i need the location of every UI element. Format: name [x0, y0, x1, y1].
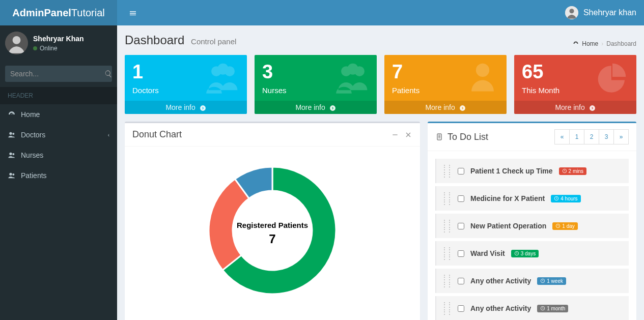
page-subtitle: Control panel: [191, 37, 236, 46]
users-icon: [8, 171, 16, 180]
svg-point-19: [460, 105, 465, 111]
page-link[interactable]: »: [613, 129, 629, 144]
svg-point-3: [13, 36, 21, 44]
person-icon: [465, 59, 500, 103]
sidebar-item-nurses[interactable]: Nurses: [0, 145, 117, 165]
todo-checkbox[interactable]: [458, 195, 464, 202]
users-icon: [205, 59, 241, 103]
clock-icon: [555, 223, 561, 228]
pie-icon: [595, 59, 630, 103]
svg-point-4: [9, 132, 12, 135]
clock-icon: [540, 306, 545, 311]
todo-item: ⋮⋮⋮⋮ Ward Visit 3 days: [435, 241, 629, 266]
sidebar-item-home[interactable]: Home: [0, 104, 117, 125]
page-link[interactable]: «: [554, 129, 570, 144]
users-icon: [8, 131, 16, 139]
stat-box: 65 This Month More info: [514, 55, 636, 114]
pagination: «123»: [555, 129, 629, 144]
arrow-circle-right-icon: [589, 105, 596, 111]
stat-box: 1 Doctors More info: [125, 55, 247, 114]
clock-icon: [540, 278, 545, 283]
todo-checkbox[interactable]: [458, 168, 464, 174]
svg-point-17: [330, 105, 335, 111]
drag-handle-icon[interactable]: ⋮⋮⋮⋮: [441, 274, 452, 288]
avatar: [565, 6, 578, 19]
page-link[interactable]: 3: [599, 129, 614, 144]
svg-point-16: [347, 64, 358, 75]
arrow-circle-right-icon: [329, 105, 336, 111]
user-name: Shehryar khan: [583, 8, 636, 17]
users-icon: [335, 59, 371, 103]
breadcrumb: Home › Dashboard: [573, 40, 636, 47]
page-title: Dashboard Control panel: [125, 33, 236, 47]
breadcrumb-active: Dashboard: [606, 40, 636, 47]
brand-logo[interactable]: AdminPanelTutorial: [0, 0, 117, 25]
sidebar-item-patients[interactable]: Patients: [0, 165, 117, 186]
search-form: [5, 66, 112, 82]
svg-point-18: [476, 64, 489, 77]
svg-point-8: [9, 173, 12, 176]
clock-icon: [562, 168, 567, 173]
stat-box: 3 Nurses More info: [255, 55, 377, 114]
sidebar-item-label: Patients: [21, 171, 47, 180]
drag-handle-icon[interactable]: ⋮⋮⋮⋮: [441, 301, 452, 315]
time-badge: 1 day: [552, 222, 577, 230]
search-icon: [104, 70, 112, 78]
avatar: [5, 32, 28, 54]
stat-box: 7 Patients More info: [384, 55, 507, 114]
drag-handle-icon[interactable]: ⋮⋮⋮⋮: [441, 191, 452, 206]
search-input[interactable]: [5, 66, 104, 82]
sidebar-user-name: Shehryar Khan: [33, 35, 84, 43]
drag-handle-icon[interactable]: ⋮⋮⋮⋮: [441, 164, 452, 178]
todo-text: Medicine for X Patient: [470, 194, 545, 202]
close-button[interactable]: [404, 130, 412, 139]
donut-chart-box: Donut Chart Registered Patients 7: [125, 122, 420, 320]
todo-item: ⋮⋮⋮⋮ New Patient Operation 1 day: [435, 214, 629, 238]
sidebar-item-doctors[interactable]: Doctors ‹: [0, 125, 117, 145]
dashboard-icon: [8, 110, 16, 119]
svg-point-12: [217, 64, 229, 75]
todo-item: ⋮⋮⋮⋮ Any other Activity 1 week: [435, 269, 629, 293]
status-dot-icon: [33, 46, 37, 50]
status-text: Online: [40, 45, 58, 52]
svg-point-13: [200, 105, 206, 111]
sidebar-toggle[interactable]: [125, 4, 141, 21]
dashboard-icon: [573, 41, 579, 47]
todo-checkbox[interactable]: [458, 250, 464, 257]
arrow-circle-right-icon: [200, 105, 206, 111]
todo-text: Any other Activity: [470, 304, 531, 312]
svg-point-9: [12, 173, 14, 176]
clipboard-icon: [435, 133, 443, 141]
time-badge: 2 mins: [559, 167, 586, 175]
donut-title: Donut Chart: [132, 129, 182, 140]
sidebar-section-header: HEADER: [0, 87, 117, 104]
todo-text: Any other Activity: [470, 277, 531, 285]
drag-handle-icon[interactable]: ⋮⋮⋮⋮: [441, 219, 452, 233]
time-badge: 1 week: [537, 277, 566, 285]
donut-center-value: 7: [269, 232, 275, 246]
user-menu[interactable]: Shehryar khan: [565, 6, 636, 19]
chevron-left-icon: ‹: [108, 132, 109, 138]
todo-item: ⋮⋮⋮⋮ Medicine for X Patient 4 hours: [435, 186, 629, 211]
search-button[interactable]: [104, 66, 112, 82]
users-icon: [8, 151, 16, 159]
page-link[interactable]: 1: [569, 129, 584, 144]
donut-center-label: Registered Patients: [237, 221, 308, 229]
todo-text: Patient 1 Check up Time: [470, 167, 553, 175]
todo-checkbox[interactable]: [458, 278, 464, 284]
collapse-button[interactable]: [391, 130, 399, 139]
todo-text: New Patient Operation: [470, 222, 546, 230]
breadcrumb-home[interactable]: Home: [582, 40, 598, 47]
page-link[interactable]: 2: [584, 129, 599, 144]
clock-icon: [554, 196, 559, 201]
svg-point-7: [12, 153, 14, 155]
clock-icon: [514, 251, 519, 256]
svg-point-1: [569, 9, 574, 13]
svg-point-20: [590, 105, 595, 111]
todo-checkbox[interactable]: [458, 305, 464, 312]
todo-item: ⋮⋮⋮⋮ Any other Activity 1 month: [435, 296, 629, 320]
todo-text: Ward Visit: [470, 249, 505, 257]
todo-checkbox[interactable]: [458, 223, 464, 229]
drag-handle-icon[interactable]: ⋮⋮⋮⋮: [441, 246, 452, 260]
sidebar: Shehryar Khan Online HEADER Home Doctors…: [0, 25, 117, 320]
